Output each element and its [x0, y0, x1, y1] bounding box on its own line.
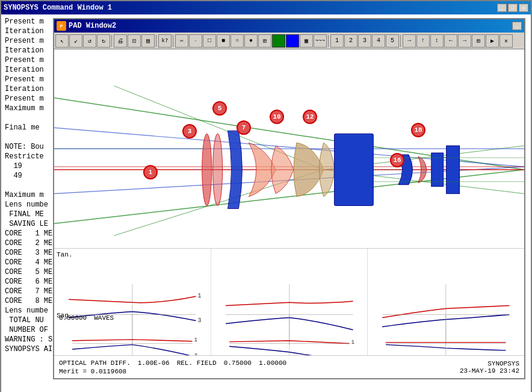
minimize-button[interactable]: _ [497, 4, 507, 12]
toolbar-arrow-right-btn[interactable]: → [403, 34, 416, 48]
toolbar-filled-circle-btn[interactable]: ● [244, 34, 258, 48]
toolbar-pattern-btn[interactable]: ▦ [300, 34, 313, 48]
close-button[interactable]: ✕ [519, 4, 528, 12]
synopsys-label: SYNOPSYS [460, 360, 519, 367]
toolbar-num3-btn[interactable]: 3 [358, 34, 371, 48]
toolbar-arrow-btn[interactable]: ↖ [55, 34, 69, 48]
field-value-1: 0.75000 [224, 359, 252, 367]
waves-label-row: 0.50000 WAVES [59, 314, 114, 322]
main-titlebar-buttons: _ □ ✕ [497, 4, 528, 12]
pad-title: PAD Window2 [69, 22, 116, 30]
pad-icon: P [57, 21, 66, 31]
date-label: 23-MAY-19 23:42 [460, 367, 519, 375]
toolbar-color2-btn[interactable] [286, 34, 299, 48]
toolbar-pointer-btn[interactable]: ↙ [69, 34, 82, 48]
toolbar-close-btn[interactable]: ✕ [500, 34, 513, 48]
wave-val: 0.50000 [59, 314, 87, 322]
toolbar-undo-btn[interactable]: ↺ [83, 34, 96, 48]
toolbar-nav-left-btn[interactable]: ← [444, 34, 457, 48]
toolbar-sep4 [328, 35, 329, 47]
merit-value: Merit = 0.0119608 [59, 368, 126, 375]
svg-rect-17 [447, 146, 460, 194]
toolbar-rect-btn[interactable]: □ [203, 34, 216, 48]
toolbar-sep5 [400, 35, 401, 47]
toolbar-color1-btn[interactable] [272, 34, 285, 48]
pad-titlebar: P PAD Window2 _ [54, 19, 524, 33]
main-titlebar: SYNOPSYS Command Window 1 _ □ ✕ [1, 1, 531, 14]
surface-badge-5: 5 [212, 101, 227, 116]
field-value-2: 1.00000 [259, 359, 286, 367]
scale-value: 1.00E-06 [138, 359, 170, 367]
pad-content: 1 3 5 7 10 12 16 18 Tan. 1 3 [54, 49, 524, 378]
tan-label: Tan. [57, 251, 72, 258]
bottom-right-info: SYNOPSYS 23-MAY-19 23:42 [460, 360, 519, 375]
svg-text:1: 1 [194, 337, 197, 343]
toolbar-dot-btn[interactable]: · [189, 34, 202, 48]
optical-path-diff-label: OPTICAL PATH DIFF. [59, 359, 131, 367]
toolbar-scissors-btn[interactable]: ✂ [175, 34, 188, 48]
surface-badge-1: 1 [143, 165, 158, 179]
surface-badge-18: 18 [411, 123, 425, 137]
toolbar-zoom-btn[interactable]: ⊞ [472, 34, 485, 48]
surface-badge-10: 10 [270, 110, 284, 124]
toolbar-grid-btn[interactable]: ⊞ [258, 34, 271, 48]
toolbar-filled-btn[interactable]: ■ [217, 34, 230, 48]
toolbar-arrow-up-btn[interactable]: ↑ [416, 34, 430, 48]
bottom-left-info: OPTICAL PATH DIFF. 1.00E-06 REL. FIELD 0… [59, 359, 286, 375]
toolbar-wave-btn[interactable]: ~~~ [314, 34, 327, 48]
toolbar-sep1 [111, 35, 113, 47]
surface-badge-12: 12 [303, 110, 317, 124]
toolbar-paste-btn[interactable]: ▤ [141, 34, 155, 48]
pad-titlebar-buttons: _ [512, 22, 522, 30]
toolbar-play-btn[interactable]: ▶ [486, 34, 499, 48]
waves-text: WAVES [94, 314, 114, 322]
toolbar-nav-right-btn[interactable]: → [458, 34, 471, 48]
merit-row: Merit = 0.0119608 [59, 368, 286, 375]
main-title: SYNOPSYS Command Window 1 [4, 4, 112, 12]
toolbar-num2-btn[interactable]: 2 [344, 34, 357, 48]
toolbar-circle-btn[interactable]: ○ [230, 34, 244, 48]
toolbar-arrows-btn[interactable]: ↕ [430, 34, 444, 48]
svg-point-14 [213, 134, 223, 205]
optical-layout-svg [54, 49, 524, 248]
pad-window: P PAD Window2 _ ↖ ↙ ↺ ↻ 🖨 ⊡ ▤ k7 ✂ · □ ■… [53, 18, 525, 379]
surface-badge-3: 3 [182, 124, 197, 138]
toolbar-redo-btn[interactable]: ↻ [97, 34, 110, 48]
surface-badge-16: 16 [390, 153, 404, 167]
toolbar-sep2 [156, 35, 157, 47]
toolbar-num4-btn[interactable]: 4 [372, 34, 385, 48]
toolbar-copy-btn[interactable]: ⊡ [128, 34, 141, 48]
toolbar-print-btn[interactable]: 🖨 [114, 34, 127, 48]
toolbar-num1-btn[interactable]: 1 [330, 34, 344, 48]
pad-toolbar: ↖ ↙ ↺ ↻ 🖨 ⊡ ▤ k7 ✂ · □ ■ ○ ● ⊞ ▦ ~~~ 1 2… [54, 33, 524, 49]
maximize-button[interactable]: □ [508, 4, 518, 12]
surface-badge-7: 7 [237, 120, 251, 135]
rel-field-label: REL. FIELD [177, 359, 217, 367]
svg-point-13 [202, 134, 212, 205]
pad-minimize-button[interactable]: _ [512, 22, 522, 30]
svg-text:1: 1 [198, 293, 202, 299]
bottom-info: OPTICAL PATH DIFF. 1.00E-06 REL. FIELD 0… [54, 355, 524, 378]
optical-path-diff-row: OPTICAL PATH DIFF. 1.00E-06 REL. FIELD 0… [59, 359, 286, 367]
toolbar-sep3 [173, 35, 174, 47]
svg-rect-15 [335, 134, 374, 205]
toolbar-num5-btn[interactable]: 5 [386, 34, 399, 48]
toolbar-btn-k7[interactable]: k7 [158, 34, 172, 48]
svg-text:1: 1 [351, 339, 354, 346]
